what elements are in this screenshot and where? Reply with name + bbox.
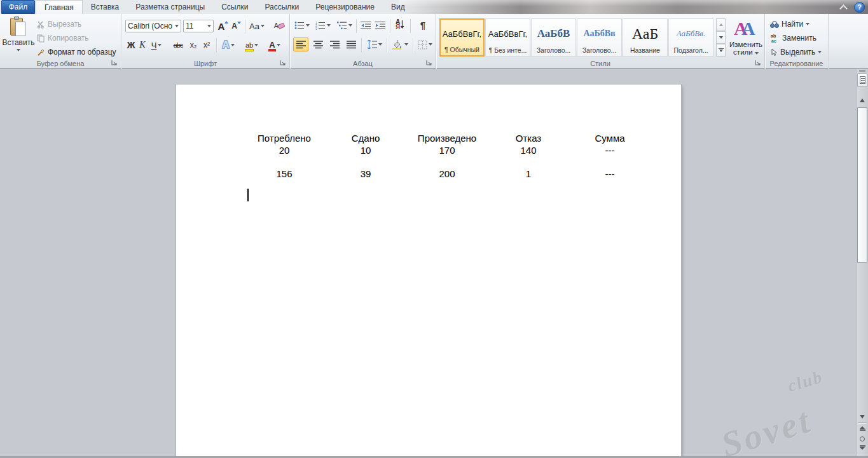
paste-dropdown-icon[interactable]: [17, 49, 20, 51]
select-label: Выделить: [780, 48, 815, 57]
font-size-combo[interactable]: 11: [183, 20, 214, 32]
next-page-button[interactable]: [860, 445, 865, 452]
change-case-button[interactable]: Аа: [248, 19, 266, 33]
subscript-button[interactable]: x₂: [187, 38, 200, 52]
styles-more-button[interactable]: [716, 44, 726, 57]
styles-scroll-down-button[interactable]: [716, 31, 726, 44]
multilevel-list-icon: [337, 21, 347, 30]
borders-button[interactable]: [415, 37, 435, 51]
align-left-button[interactable]: [293, 37, 308, 51]
bullets-button[interactable]: [293, 19, 311, 32]
tab-references[interactable]: Ссылки: [213, 0, 256, 14]
style-chip-heading1[interactable]: АаБбВ Заголово...: [531, 18, 576, 57]
scrollbar-thumb[interactable]: [857, 107, 867, 263]
style-chip-title[interactable]: АаБ Название: [623, 18, 668, 57]
previous-page-button[interactable]: [860, 426, 865, 433]
text-cursor: [247, 189, 249, 201]
styles-dialog-launcher[interactable]: [755, 60, 762, 67]
chevron-down-icon: [306, 24, 310, 27]
minimize-ribbon-icon[interactable]: [838, 3, 850, 12]
scroll-down-icon[interactable]: [860, 415, 865, 419]
clear-formatting-icon: А: [273, 21, 285, 31]
find-button[interactable]: Найти: [770, 18, 809, 30]
numbering-icon: 123: [315, 21, 326, 30]
document-page[interactable]: Потреблено Сдано Произведено Отказ Сумма…: [176, 84, 681, 456]
browse-object-button[interactable]: [860, 436, 865, 441]
multilevel-list-button[interactable]: [335, 19, 354, 32]
tab-view[interactable]: Вид: [383, 0, 413, 14]
tab-insert[interactable]: Вставка: [83, 0, 128, 14]
tab-page-layout[interactable]: Разметка страницы: [127, 0, 213, 14]
sort-button[interactable]: АЯ: [392, 18, 408, 32]
justify-button[interactable]: [343, 37, 359, 51]
style-chip-no-spacing[interactable]: АаБбВвГг, ¶ Без инте...: [485, 18, 530, 57]
shading-button[interactable]: [390, 37, 410, 51]
format-painter-label: Формат по образцу: [48, 48, 116, 57]
vertical-scrollbar[interactable]: [856, 69, 868, 456]
italic-button[interactable]: К: [137, 38, 148, 52]
change-styles-icon: АА: [729, 18, 763, 39]
shrink-font-button[interactable]: А: [230, 19, 242, 33]
clipboard-dialog-launcher[interactable]: [111, 60, 119, 67]
scroll-up-icon[interactable]: [860, 98, 865, 102]
sort-arrow-icon: [400, 20, 404, 29]
format-painter-button[interactable]: Формат по образцу: [37, 46, 116, 58]
underline-button[interactable]: Ч: [148, 38, 165, 52]
chevron-down-icon: [348, 24, 352, 27]
styles-scroll-up-button[interactable]: [716, 18, 726, 31]
text-effects-button[interactable]: А: [219, 38, 238, 52]
replace-button[interactable]: ab ac Заменить: [770, 32, 816, 44]
table-cell: 10: [325, 145, 406, 156]
copy-label: Копировать: [48, 34, 89, 43]
find-label: Найти: [782, 20, 803, 29]
change-styles-button[interactable]: АА Изменить стили: [729, 18, 763, 61]
superscript-button[interactable]: x²: [200, 38, 213, 52]
help-button[interactable]: ?: [854, 2, 865, 13]
align-center-button[interactable]: [310, 37, 326, 51]
tab-file[interactable]: Файл: [1, 0, 35, 14]
strikethrough-button[interactable]: abc: [170, 38, 186, 52]
paragraph-dialog-launcher[interactable]: [426, 60, 434, 67]
subscript-icon: x₂: [190, 41, 197, 50]
copy-button[interactable]: Копировать: [37, 32, 89, 44]
cut-button[interactable]: Вырезать: [37, 18, 81, 30]
clear-formatting-button[interactable]: А: [272, 18, 287, 34]
font-name-combo[interactable]: Calibri (Осно: [125, 20, 181, 32]
style-preview: АаБбВвГг,: [443, 22, 481, 46]
numbering-button[interactable]: 123: [314, 19, 332, 32]
highlight-button[interactable]: ab: [241, 38, 263, 52]
select-button[interactable]: Выделить: [770, 46, 822, 58]
shading-icon: [392, 40, 403, 50]
style-chip-heading2[interactable]: АаБбВв Заголово...: [577, 18, 622, 57]
style-preview: АаБбВв.: [677, 21, 705, 46]
bold-button[interactable]: Ж: [125, 38, 137, 52]
watermark-sovet-text: Sovet: [717, 400, 816, 458]
grow-font-button[interactable]: А: [217, 19, 230, 33]
decrease-indent-button[interactable]: [359, 19, 373, 32]
paste-button[interactable]: Вставить: [2, 16, 35, 60]
tab-mailings[interactable]: Рассылки: [256, 0, 307, 14]
split-handle[interactable]: [859, 70, 865, 72]
watermark-club-text: club: [785, 367, 825, 396]
table-cell: 1: [488, 168, 569, 179]
document-area: Потреблено Сдано Произведено Отказ Сумма…: [0, 69, 868, 456]
font-name-value: Calibri (Осно: [128, 22, 172, 30]
style-preview: АаБбВвГг,: [488, 21, 527, 46]
show-marks-button[interactable]: ¶: [416, 18, 430, 32]
align-right-button[interactable]: [327, 37, 342, 51]
decrease-indent-icon: [361, 21, 371, 30]
justify-icon: [347, 41, 356, 49]
style-chip-subtitle[interactable]: АаБбВв. Подзагол...: [668, 18, 713, 57]
tab-home[interactable]: Главная: [36, 0, 83, 14]
font-color-button[interactable]: А: [265, 38, 285, 52]
style-chip-normal[interactable]: АаБбВвГг, ¶ Обычный: [439, 18, 485, 57]
tab-review[interactable]: Рецензирование: [307, 0, 383, 14]
ruler-toggle-button[interactable]: [857, 73, 867, 87]
font-group-label: Шрифт: [121, 60, 289, 67]
style-preview: АаБбВ: [537, 21, 570, 46]
column-header: Сдано: [325, 133, 406, 144]
increase-indent-button[interactable]: [373, 19, 387, 32]
line-spacing-button[interactable]: [364, 37, 383, 51]
font-dialog-launcher[interactable]: [280, 60, 287, 67]
style-name: Заголово...: [582, 46, 617, 54]
